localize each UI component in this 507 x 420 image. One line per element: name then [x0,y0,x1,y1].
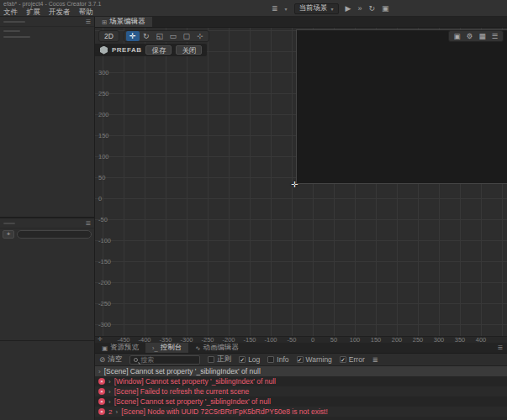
scale-tool-icon[interactable]: ◱ [153,31,166,41]
step-icon[interactable]: » [358,4,362,13]
design-canvas-rect[interactable] [296,29,507,184]
filter-warning-checkbox[interactable]: ✓ Warning [297,355,332,364]
prefab-hexagon-icon [100,46,108,55]
tab-animation-editor[interactable]: ∿ 动画编辑器 [188,343,246,353]
pivot-tool-icon[interactable]: ⊹ [193,31,207,41]
bottom-tabbar: ▣ 资源预览 ›_ 控制台 ∿ 动画编辑器 ☰ [95,343,507,354]
log-message: [Scene] Cannot set property '_siblingInd… [104,367,261,375]
filter-label: Error [349,355,365,364]
mode-2d-toggle[interactable]: 2D [98,30,119,42]
ruler-v-label: -50 [98,217,120,223]
tab-label: 场景编辑器 [109,17,145,27]
console-row[interactable]: × 2 › [Scene] Node with UUID 72C5rBRrIFp… [95,407,507,417]
preview-scene-dropdown[interactable]: 当前场景 ▾ [294,3,339,14]
ruler-v-label: -150 [98,259,120,265]
hierarchy-panel-header: ☰ [0,17,94,27]
expand-arrow-icon[interactable]: › [108,398,111,406]
hierarchy-content[interactable] [0,27,94,218]
checkbox-box: ✓ [239,356,246,363]
camera-icon[interactable]: ▣ [451,31,463,41]
ruler-v-label: 250 [98,91,120,97]
search-input[interactable] [140,356,191,364]
top-controls: ≣ ▾ 当前场景 ▾ ▶ » ↻ ▣ [272,2,389,15]
assets-panel-header: ☰ [0,218,94,228]
ruler-v-label: -100 [98,238,120,244]
ruler-v-label: 0 [98,196,120,202]
transform-tool-icon[interactable]: ▢ [180,31,193,41]
rotate-tool-icon[interactable]: ↻ [140,31,153,41]
prefab-bar: PREFAB 保存 关闭 [95,44,207,56]
repeat-count-badge: 2 [108,408,112,416]
rect-tool-icon[interactable]: ▭ [166,31,180,41]
expand-arrow-icon[interactable]: › [108,388,111,396]
ruler-h-label: 400 [468,337,494,343]
refresh-icon[interactable]: ↻ [369,4,376,13]
grid-icon[interactable]: ▦ [476,31,489,41]
console-row[interactable]: › [Scene] Cannot set property '_siblingI… [95,366,507,376]
ruler-v-label: 50 [98,175,120,181]
ruler-v-label: 200 [98,112,120,118]
console-row[interactable]: × › [Scene] Failed to refresh the curren… [95,386,507,396]
log-message: [Window] Cannot set property '_siblingIn… [114,377,276,386]
tree-item-fragment [3,30,20,32]
assets-filter-input[interactable] [17,230,92,239]
log-message: [Scene] Node with UUID 72C5rBRrIFpK5bRdP… [121,407,328,416]
fullscreen-icon[interactable]: ▣ [382,4,389,13]
tab-label: 动画编辑器 [203,343,240,353]
add-asset-button[interactable]: + [3,230,14,239]
console-toolbar: ⊘ 清空 正则 ✓ Log Info ✓ Warning ✓ Error ≣ [95,354,507,366]
expand-arrow-icon[interactable]: › [108,378,111,386]
panel-menu-icon[interactable]: ☰ [86,220,91,226]
clear-icon: ⊘ [99,356,105,364]
panel-menu-icon[interactable]: ☰ [498,344,507,351]
tab-console[interactable]: ›_ 控制台 [145,343,188,353]
console-panel: ▣ 资源预览 ›_ 控制台 ∿ 动画编辑器 ☰ ⊘ 清空 正则 ✓ Log [95,343,507,420]
gear-icon[interactable]: ⚙ [463,31,476,41]
log-message: [Scene] Failed to refresh the current sc… [114,387,250,396]
transform-tools: ✛ ↻ ◱ ▭ ▢ ⊹ [124,30,209,42]
error-icon: × [98,398,105,405]
ruler-v-label: 100 [98,154,120,160]
scene-tabbar: ⊞ 场景编辑器 [95,17,507,28]
ruler-v-label: 300 [98,70,120,76]
console-log-list: › [Scene] Cannot set property '_siblingI… [95,366,507,417]
console-row[interactable]: × › [Window] Cannot set property '_sibli… [95,376,507,386]
window-title: efab* - project4 - Cocos Creator 3.7.1 [3,1,101,7]
checkbox-box: ✓ [297,356,304,363]
scene-viewport[interactable]: ✛ 2D ✛ ↻ ◱ ▭ ▢ ⊹ ▣ ⚙ ▦ ☰ PREFAB 保存 关闭 [95,28,507,343]
filter-error-checkbox[interactable]: ✓ Error [340,355,365,364]
preview-icon: ▣ [102,344,108,352]
filter-log-checkbox[interactable]: ✓ Log [239,355,260,364]
ruler-v-label: 150 [98,133,120,139]
log-message: [Scene] Cannot set property '_siblingInd… [114,397,271,406]
filter-info-checkbox[interactable]: Info [267,355,288,364]
layers-icon[interactable]: ≣ [272,4,278,13]
close-button[interactable]: 关闭 [176,45,202,55]
chevron-down-icon: ▾ [331,6,334,12]
tab-scene-editor[interactable]: ⊞ 场景编辑器 [95,17,152,27]
ruler-v-label: -250 [98,301,120,307]
panel-menu-icon[interactable]: ☰ [86,18,91,24]
clear-button[interactable]: ⊘ 清空 [99,354,122,365]
terminal-icon: ›_ [152,344,158,352]
play-icon[interactable]: ▶ [346,4,351,13]
expand-arrow-icon[interactable]: › [115,408,118,416]
panel-label-fragment [3,223,15,224]
move-gizmo-icon[interactable]: ✛ [291,181,298,189]
panel-label-fragment [3,21,25,23]
checkbox-box [208,356,214,363]
export-icon[interactable]: ≣ [372,355,378,364]
view-menu-icon[interactable]: ☰ [489,31,501,41]
filter-label: Info [277,355,288,364]
regex-checkbox[interactable]: 正则 [208,354,231,365]
left-panel: ☰ ☰ + [0,17,95,420]
tab-asset-preview[interactable]: ▣ 资源预览 [95,343,145,353]
expand-arrow-icon[interactable]: › [98,368,101,375]
console-row[interactable]: × › [Scene] Cannot set property '_siblin… [95,396,507,407]
console-search[interactable] [129,355,200,365]
assets-content[interactable] [0,240,94,341]
save-button[interactable]: 保存 [145,45,172,55]
chevron-down-icon[interactable]: ▾ [285,6,288,12]
move-tool-icon[interactable]: ✛ [126,31,140,41]
tree-item-fragment [3,36,30,38]
